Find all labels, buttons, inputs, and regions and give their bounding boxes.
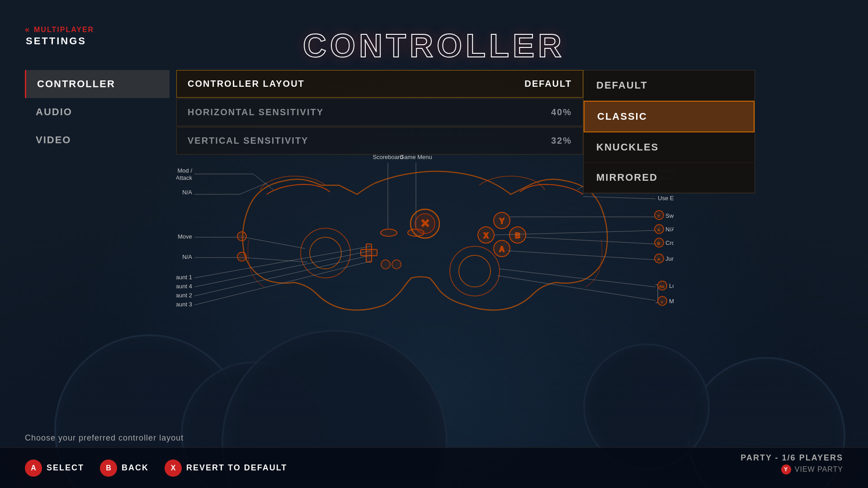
revert-action[interactable]: X REVERT TO DEFAULT [165,460,287,477]
view-party-label: VIEW PARTY [795,465,843,474]
svg-text:B: B [657,241,660,246]
svg-line-23 [240,183,267,194]
setting-label-h-sens: HORIZONTAL SENSITIVITY [188,107,324,117]
svg-text:RS: RS [659,285,665,289]
svg-text:X: X [657,228,660,232]
svg-text:Move: Move [178,233,192,240]
dropdown-item-default[interactable]: DEFAULT [584,70,755,101]
svg-line-37 [583,197,656,199]
svg-point-50 [237,252,246,261]
current-section-label: SETTINGS [26,35,94,47]
bottom-bar: A SELECT B BACK X REVERT TO DEFAULT PART… [0,447,868,488]
bottom-actions: A SELECT B BACK X REVERT TO DEFAULT [25,460,287,477]
svg-line-31 [194,255,371,296]
svg-text:B: B [515,232,520,239]
svg-line-43 [497,276,656,300]
setting-label-controller-layout: CONTROLLER LAYOUT [188,79,305,89]
svg-line-25 [244,237,305,249]
sidebar-item-controller[interactable]: CONTROLLER [25,70,170,98]
select-label: SELECT [47,463,84,473]
setting-horizontal-sensitivity[interactable]: HORIZONTAL SENSITIVITY 40% [176,99,583,126]
svg-text:Crouch: Crouch [665,239,674,246]
b-button-icon: B [100,460,117,477]
settings-panel: CONTROLLER LAYOUT DEFAULT HORIZONTAL SEN… [176,70,583,155]
back-navigation[interactable]: « MULTIPLAYER SETTINGS [25,25,94,47]
svg-rect-5 [361,249,377,256]
svg-text:Use Equipment: Use Equipment [658,195,674,202]
party-count: PARTY - 1/6 PLAYERS [741,453,843,463]
back-action[interactable]: B BACK [100,460,149,477]
svg-text:Activate Taunt 3: Activate Taunt 3 [176,301,192,308]
svg-text:Jump / Double Jump: Jump / Double Jump [665,255,674,262]
bottom-hint: Choose your preferred controller layout [25,433,184,443]
svg-text:X: X [484,232,489,239]
svg-point-6 [381,229,397,236]
svg-point-2 [450,246,500,296]
svg-point-3 [459,255,491,287]
svg-line-42 [500,269,656,287]
back-to-multiplayer[interactable]: « MULTIPLAYER [25,25,94,34]
revert-label: REVERT TO DEFAULT [186,463,287,473]
dropdown-item-mirrored[interactable]: MIRRORED [584,163,755,193]
svg-text:Activate Taunt 1: Activate Taunt 1 [176,274,192,281]
setting-value-v-sens: 32% [551,136,572,146]
svg-point-0 [301,228,350,278]
x-button-icon: X [165,460,182,477]
setting-controller-layout[interactable]: CONTROLLER LAYOUT DEFAULT [176,70,583,98]
svg-text:Switch Weapon: Switch Weapon [665,212,674,219]
setting-value-h-sens: 40% [551,107,572,117]
svg-text:N/A: N/A [182,189,192,196]
svg-point-48 [237,232,246,241]
select-action[interactable]: A SELECT [25,460,84,477]
party-info: PARTY - 1/6 PLAYERS Y VIEW PARTY [741,453,843,474]
svg-text:N/A: N/A [182,253,192,260]
svg-point-1 [310,237,341,269]
dropdown-item-knuckles[interactable]: KNUCKLES [584,132,755,163]
svg-line-41 [508,251,656,260]
svg-text:Y: Y [500,217,505,225]
svg-text:Weapon Mod /: Weapon Mod / [176,167,192,174]
svg-text:⊙: ⊙ [660,300,663,304]
svg-text:✕: ✕ [420,217,429,230]
svg-line-32 [194,261,371,305]
back-chevrons-icon: « [25,25,30,34]
svg-text:Look: Look [669,282,674,289]
svg-text:Y: Y [657,214,660,218]
back-label: MULTIPLAYER [34,26,94,34]
svg-point-20 [392,260,401,269]
sidebar-item-video[interactable]: VIDEO [25,126,170,154]
party-sub[interactable]: Y VIEW PARTY [741,465,843,474]
svg-text:Melee / Glory Kill: Melee / Glory Kill [669,298,674,305]
dropdown-item-classic[interactable]: CLASSIC [584,101,755,132]
page-title: CONTROLLER [303,27,565,64]
svg-text:Scoreboard: Scoreboard [373,154,403,160]
svg-text:Demon Secondary Attack: Demon Secondary Attack [176,174,192,181]
svg-line-27 [244,258,307,262]
svg-line-40 [526,237,656,244]
back-label: BACK [122,463,149,473]
sidebar-item-audio[interactable]: AUDIO [25,98,170,126]
svg-text:A: A [499,245,505,253]
setting-value-controller-layout: DEFAULT [524,79,572,89]
setting-label-v-sens: VERTICAL SENSITIVITY [188,136,308,146]
svg-point-19 [381,260,390,269]
svg-text:Activate Taunt 4: Activate Taunt 4 [176,283,192,290]
svg-line-29 [194,246,371,278]
sidebar: CONTROLLER AUDIO VIDEO [25,70,170,154]
a-button-icon: A [25,460,42,477]
layout-dropdown: DEFAULT CLASSIC KNUCKLES MIRRORED [583,70,755,193]
svg-text:Activate Taunt 2: Activate Taunt 2 [176,292,192,299]
svg-text:A: A [657,257,660,262]
svg-text:N/A: N/A [665,226,674,233]
y-button-icon: Y [781,465,791,474]
svg-text:Game Menu: Game Menu [400,154,432,160]
